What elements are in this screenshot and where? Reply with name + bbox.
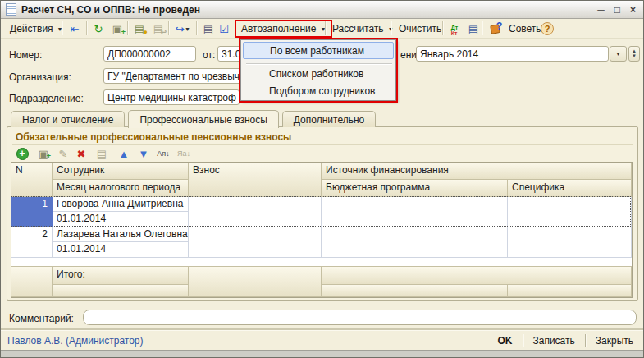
ok-button[interactable]: OK — [495, 333, 516, 348]
save-button[interactable]: Записать — [530, 333, 578, 348]
plus-glyph: + — [121, 28, 126, 36]
close-button[interactable]: × — [630, 4, 636, 16]
column-header-specifics[interactable]: Специфика — [508, 180, 632, 197]
comment-label: Комментарий: — [9, 313, 74, 324]
copy-row-button[interactable]: ▣ + — [35, 146, 52, 161]
menu-item-employee-list[interactable]: Списком работников — [243, 66, 394, 83]
totals-sub-cell — [53, 285, 189, 297]
toolbar-separator — [391, 21, 391, 35]
month-cell[interactable]: 01.01.2014 — [53, 242, 189, 258]
actions-button[interactable]: Действия ▼ — [5, 21, 68, 37]
window-title: Расчет СН, СО и ОППВ: Не проведен — [21, 4, 200, 16]
date-label: от: — [203, 49, 215, 61]
dt-glyph: Дт — [451, 25, 458, 30]
contributions-table: N Сотрудник Месяц налогового периода Взн… — [11, 162, 633, 298]
contribution-cell[interactable] — [189, 227, 322, 258]
button-separator — [585, 334, 586, 347]
tab-professional-contributions[interactable]: Профессиональные взносы — [128, 110, 278, 128]
toolbar-separator — [442, 21, 443, 35]
refresh-icon[interactable]: ↻ — [89, 21, 107, 37]
chevron-down-icon: ▼ — [615, 51, 621, 57]
finish-edit-button[interactable]: ▤ — [94, 146, 110, 161]
undo-posting-icon[interactable]: ▤ ↩ — [149, 21, 167, 37]
clear-label: Очистить — [399, 23, 441, 34]
specifics-cell[interactable] — [508, 197, 632, 227]
window-bottom-frame — [1, 350, 643, 357]
copy-add-icon[interactable]: ▣ + — [108, 21, 126, 37]
totals-label: Итого: — [53, 267, 189, 285]
autofill-dropdown-menu: По всем работникам Списком работников По… — [240, 39, 396, 101]
calculate-button[interactable]: Рассчитать ▼ — [327, 21, 399, 37]
autofill-label: Автозаполнение — [241, 23, 316, 34]
tab-tax-and-deduction[interactable]: Налог и отчисление — [11, 111, 125, 127]
title-bar: Расчет СН, СО и ОППВ: Не проведен ─ □ × — [1, 1, 643, 19]
totals-contribution-cell — [189, 267, 322, 297]
actions-label: Действия — [10, 23, 53, 34]
main-toolbar: Действия ▼ ⇤ ↻ ▣ + ▤ ● ▤ ↩ ↪ ▼ ▤ ☑ Автоз… — [1, 19, 643, 39]
budget-program-cell[interactable] — [322, 227, 508, 258]
column-header-month[interactable]: Месяц налогового периода — [53, 180, 189, 197]
column-header-n[interactable]: N — [11, 163, 53, 197]
close-form-button[interactable]: Закрыть — [592, 333, 637, 348]
question-glyph: ? — [496, 21, 502, 32]
menu-item-all-employees[interactable]: По всем работникам — [243, 42, 394, 59]
period-field[interactable]: Январь 2014 — [416, 46, 609, 62]
row-number-cell[interactable]: 1 — [11, 197, 53, 227]
sort-desc-button[interactable]: Яа↓ — [176, 146, 192, 161]
calculate-label: Рассчитать — [332, 23, 384, 34]
section-divider — [12, 144, 633, 145]
move-up-button[interactable]: ▲ — [116, 146, 132, 161]
contribution-cell[interactable] — [189, 197, 322, 227]
move-down-button[interactable]: ▼ — [135, 146, 152, 161]
column-header-source[interactable]: Источник финансирования — [322, 163, 632, 180]
maximize-button[interactable]: □ — [614, 4, 620, 16]
add-row-button[interactable]: + — [14, 146, 30, 161]
sort-asc-button[interactable]: Ая↓ — [155, 146, 171, 161]
spinner-down-icon: ▼ — [632, 54, 637, 58]
report-icon[interactable]: ▤ — [464, 21, 482, 37]
toolbar-separator — [86, 21, 87, 35]
post-with-movements-icon[interactable]: ▤ ● — [130, 21, 148, 37]
period-spinner[interactable]: ▲ ▼ — [628, 46, 640, 62]
current-user-link[interactable]: Павлов А.В. (Администратор) — [7, 335, 144, 347]
column-header-contribution[interactable]: Взнос — [189, 163, 322, 197]
minimize-button[interactable]: ─ — [597, 4, 605, 16]
totals-source-cell — [322, 267, 632, 285]
number-field[interactable]: ДП000000002 — [103, 46, 196, 62]
employee-cell[interactable]: Говорова Анна Дмитриевна — [53, 197, 189, 212]
menu-separator — [246, 63, 392, 64]
items-visibility-icon[interactable]: ☑ — [215, 21, 233, 37]
help-glyph: ? — [541, 22, 554, 35]
specifics-cell[interactable] — [508, 227, 632, 258]
employee-cell[interactable]: Лазарева Наталья Олеговна — [53, 227, 189, 242]
department-field[interactable]: Центр медицины катастроф — [103, 90, 240, 105]
kt-glyph: Кт — [451, 30, 458, 36]
column-header-employee[interactable]: Сотрудник — [53, 163, 189, 180]
document-window: Расчет СН, СО и ОППВ: Не проведен ─ □ × … — [0, 0, 644, 358]
clear-button[interactable]: Очистить — [394, 21, 446, 37]
menu-item-pick-employees[interactable]: Подбором сотрудников — [243, 83, 394, 100]
tab-additional[interactable]: Дополнительно — [282, 111, 376, 127]
month-cell[interactable]: 01.01.2014 — [53, 212, 189, 227]
table-empty-area[interactable] — [11, 258, 632, 267]
delete-row-button[interactable]: ✖ — [73, 146, 89, 161]
totals-budget-program-cell — [322, 285, 508, 297]
toolbar-separator — [482, 21, 482, 35]
number-label: Номер: — [9, 49, 42, 61]
comment-field[interactable] — [83, 310, 637, 325]
post-document-icon[interactable]: ⇤ — [66, 21, 84, 37]
tips-book-icon: ? — [490, 21, 505, 36]
create-based-on-icon[interactable]: ↪ ▼ — [171, 21, 194, 37]
budget-program-cell[interactable] — [322, 197, 508, 227]
help-icon[interactable]: ? — [538, 21, 556, 37]
edit-row-button[interactable]: ✎ — [55, 146, 71, 161]
button-separator — [523, 334, 523, 347]
row-number-cell[interactable]: 2 — [11, 227, 53, 258]
dt-kt-movements-icon[interactable]: Дт Кт — [445, 21, 464, 37]
coin-glyph: ● — [144, 28, 148, 36]
period-dropdown-button[interactable]: ▼ — [610, 46, 627, 62]
plus-icon: + — [16, 148, 29, 160]
column-header-budget-program[interactable]: Бюджетная программа — [322, 180, 508, 197]
toolbar-separator — [325, 21, 326, 35]
autofill-button[interactable]: Автозаполнение ▼ — [235, 20, 332, 38]
